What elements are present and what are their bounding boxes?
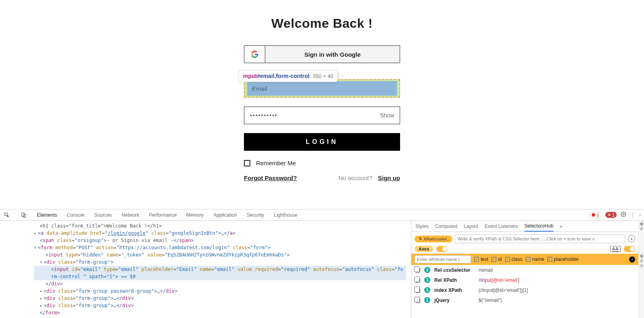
- remember-checkbox[interactable]: [244, 160, 250, 166]
- google-signin-label: Sign in with Google: [265, 46, 400, 63]
- side-tabs-more-icon[interactable]: »: [560, 224, 563, 229]
- axes-badge[interactable]: Axes: [415, 246, 433, 252]
- devtools-tab-network[interactable]: Network: [122, 212, 139, 218]
- no-account-label: No account?: [339, 174, 372, 181]
- side-tab-selectorshub[interactable]: SelectorsHub: [524, 223, 553, 232]
- devtools-tabs: Elements Console Sources Network Perform…: [0, 209, 644, 221]
- forgot-password-link[interactable]: Forgot Password?: [244, 174, 297, 181]
- chevron-right-icon[interactable]: ›: [639, 212, 641, 218]
- signup-link[interactable]: Sign up: [378, 174, 400, 181]
- devtools-tab-lighthouse[interactable]: Lighthouse: [274, 212, 297, 218]
- svg-rect-0: [5, 213, 7, 215]
- devtools-tab-performance[interactable]: Performance: [149, 212, 177, 218]
- result-row-indexxpath: 1 index XPath (//input[@id='email'])[1]: [411, 285, 638, 295]
- scroll-strip[interactable]: [638, 221, 644, 318]
- count-badge: 1: [424, 287, 430, 293]
- devtools-panel: Elements Console Sources Network Perform…: [0, 209, 644, 318]
- devtools-tab-sources[interactable]: Sources: [94, 212, 112, 218]
- error-badge[interactable]: 3: [589, 212, 601, 218]
- axes-toggle[interactable]: [436, 246, 448, 252]
- add-selector-button[interactable]: +: [628, 235, 635, 242]
- show-password-link[interactable]: Show: [380, 112, 394, 119]
- check-text[interactable]: ✓: [474, 257, 479, 262]
- selectorshub-badge[interactable]: ✎XPath/cssSel..: [415, 236, 452, 242]
- tooltip-dimensions: 350 × 40: [313, 73, 333, 79]
- remember-label: Remember Me: [256, 160, 296, 166]
- side-tab-styles[interactable]: Styles: [415, 224, 429, 229]
- devtools-tab-console[interactable]: Console: [67, 212, 85, 218]
- inspect-icon[interactable]: [3, 211, 10, 219]
- side-tab-layout[interactable]: Layout: [464, 224, 478, 229]
- aa-switch[interactable]: [624, 246, 635, 252]
- check-id[interactable]: ✓: [491, 257, 496, 262]
- devtools-tab-security[interactable]: Security: [247, 212, 264, 218]
- warning-badge[interactable]: ✕ 1: [605, 212, 617, 218]
- count-badge: 1: [424, 277, 430, 283]
- selectorshub-input[interactable]: [455, 234, 625, 243]
- elements-tree[interactable]: <h1 class="form_title">Welcome Back !</h…: [0, 221, 411, 318]
- copy-icon[interactable]: [415, 268, 420, 273]
- copy-icon[interactable]: [415, 298, 420, 303]
- gear-icon[interactable]: [621, 211, 626, 218]
- inspector-tooltip: input#email.form-control 350 × 40: [239, 70, 338, 82]
- aa-toggle[interactable]: A̲A̲: [610, 246, 621, 252]
- devtools-tab-application[interactable]: Application: [213, 212, 237, 218]
- google-signin-button[interactable]: Sign in with Google: [244, 45, 400, 63]
- login-card: Welcome Back ! Sign in with Google input…: [244, 16, 400, 209]
- svg-point-3: [623, 213, 624, 215]
- copy-icon[interactable]: [415, 278, 420, 283]
- google-icon: [244, 46, 265, 63]
- password-input[interactable]: [250, 112, 380, 119]
- remember-row: Remember Me: [244, 160, 400, 166]
- copy-icon[interactable]: [415, 288, 420, 293]
- login-page: Welcome Back ! Sign in with Google input…: [0, 0, 644, 209]
- device-icon[interactable]: [20, 211, 27, 219]
- kebab-icon[interactable]: ⋮: [630, 212, 635, 218]
- tooltip-tag: input: [243, 73, 257, 79]
- page-title: Welcome Back !: [271, 16, 373, 31]
- bottom-links-row: Forgot Password? No account? Sign up: [244, 174, 400, 181]
- side-tab-computed[interactable]: Computed: [435, 224, 457, 229]
- email-input[interactable]: [247, 81, 397, 96]
- devtools-tab-memory[interactable]: Memory: [186, 212, 204, 218]
- devtools-side-panel: Styles Computed Layout Event Listeners S…: [411, 221, 638, 318]
- count-badge: 1: [424, 297, 430, 303]
- login-button[interactable]: LOGIN: [244, 133, 400, 151]
- check-name[interactable]: ✓: [526, 257, 530, 262]
- check-placeholder[interactable]: ✓: [547, 257, 552, 262]
- attribute-input[interactable]: [415, 255, 471, 263]
- check-class[interactable]: ✓: [505, 257, 510, 262]
- side-tab-eventlisteners[interactable]: Event Listeners: [485, 224, 518, 229]
- result-row-relxpath: 1 Rel XPath //input[@id='email']: [411, 275, 638, 285]
- password-field-wrap: Show: [244, 107, 400, 124]
- result-row-jquery: 1 jQuery $("#email"): [411, 295, 638, 305]
- tooltip-selector: #email.form-control: [257, 73, 310, 79]
- side-tabs: Styles Computed Layout Event Listeners S…: [411, 221, 638, 232]
- info-icon[interactable]: i: [629, 256, 635, 263]
- count-badge: 1: [424, 267, 430, 273]
- result-row-css: 1 Rel cssSelector #email: [411, 265, 638, 275]
- devtools-tab-elements[interactable]: Elements: [37, 212, 57, 218]
